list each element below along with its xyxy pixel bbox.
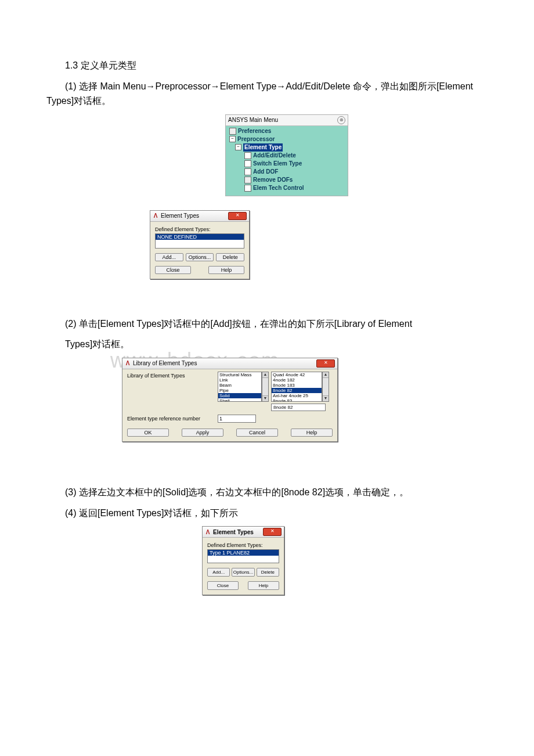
scrollbar[interactable]: ▲ ▼ (322, 372, 329, 402)
node-icon (244, 152, 251, 159)
tree-item-add-dof[interactable]: Add DOF (227, 168, 347, 176)
list-item[interactable]: Axi-har 4node 25 (272, 393, 322, 398)
element-listbox[interactable]: Quad 4node 42 4node 182 8node 183 8node … (271, 372, 322, 402)
ansys-main-menu-panel: ANSYS Main Menu ⊗ Preferences − Preproce… (225, 114, 348, 196)
tree-label: Preprocessor (237, 135, 275, 143)
dialog-title: Element Types (211, 529, 263, 535)
scroll-down-icon[interactable]: ▼ (323, 395, 329, 401)
tree-item-elem-tech-control[interactable]: Elem Tech Control (227, 184, 347, 192)
section-title: 1.3 定义单元类型 (46, 58, 488, 73)
close-button[interactable]: ✕ (228, 212, 247, 220)
ok-button[interactable]: OK (127, 429, 169, 437)
ref-number-input[interactable] (218, 415, 256, 423)
element-types-dialog-2: Λ Element Types ✕ Defined Element Types:… (202, 526, 284, 595)
tree-item-preprocessor[interactable]: − Preprocessor (227, 135, 347, 143)
scroll-up-icon[interactable]: ▲ (323, 372, 329, 378)
help-button[interactable]: Help (248, 581, 279, 590)
node-icon (244, 168, 251, 175)
tree-label: Add/Edit/Delete (253, 152, 296, 160)
list-item[interactable]: Type 1 PLANE82 (208, 550, 279, 556)
node-icon (244, 177, 251, 183)
library-element-types-dialog: Λ Library of Element Types ✕ Library of … (122, 358, 338, 442)
list-item[interactable]: Beam (218, 383, 261, 388)
scroll-up-icon[interactable]: ▲ (262, 372, 268, 378)
tree-label: Elem Tech Control (253, 184, 304, 192)
list-item[interactable]: Pipe (218, 388, 261, 393)
defined-types-list[interactable]: Type 1 PLANE82 (207, 549, 279, 563)
list-item[interactable]: 8node 82 (272, 388, 322, 393)
list-item[interactable]: Solid (218, 393, 261, 398)
tree-item-element-type[interactable]: − Element Type (227, 143, 347, 152)
list-item[interactable]: NONE DEFINED (156, 234, 244, 240)
ansys-logo-icon: Λ (125, 361, 131, 366)
pin-icon[interactable]: ⊗ (337, 116, 345, 124)
options-button[interactable]: Options... (186, 253, 214, 261)
tree-item-add-edit-delete[interactable]: Add/Edit/Delete (227, 152, 347, 160)
paragraph-2: (2) 单击[Element Types]对话框中的[Add]按钮，在弹出的如下… (46, 316, 488, 332)
ref-number-label: Element type reference number (127, 416, 214, 422)
tree-label: Preferences (238, 127, 271, 135)
tree-label: Add DOF (253, 168, 278, 176)
selected-element-echo: 8node 82 (271, 404, 326, 411)
list-item[interactable]: 8node 183 (272, 383, 322, 388)
ansys-logo-icon: Λ (153, 213, 158, 219)
close-button[interactable]: ✕ (263, 528, 282, 536)
collapse-icon[interactable]: − (229, 136, 236, 142)
scroll-down-icon[interactable]: ▼ (262, 395, 268, 401)
delete-button[interactable]: Delete (216, 253, 244, 261)
paragraph-4: (4) 返回[Element Types]对话框，如下所示 (46, 506, 488, 521)
node-icon (229, 128, 236, 135)
scrollbar[interactable]: ▲ ▼ (262, 372, 269, 402)
help-button[interactable]: Help (208, 266, 244, 274)
library-label: Library of Element Types (127, 372, 214, 379)
category-listbox[interactable]: Structural Mass Link Beam Pipe Solid She… (218, 372, 262, 402)
close-button[interactable]: ✕ (316, 359, 335, 368)
defined-types-label: Defined Element Types: (207, 542, 279, 548)
tree-item-remove-dofs[interactable]: Remove DOFs (227, 176, 347, 184)
cancel-button[interactable]: Cancel (236, 429, 278, 437)
ansys-logo-icon: Λ (205, 529, 211, 535)
tree-label: Switch Elem Type (253, 160, 302, 168)
apply-button[interactable]: Apply (182, 429, 223, 437)
tree-label: Element Type (243, 143, 283, 152)
add-button[interactable]: Add... (207, 568, 230, 577)
dialog-title: Element Types (158, 213, 228, 219)
tree-item-switch-elem-type[interactable]: Switch Elem Type (227, 160, 347, 168)
list-item[interactable]: Structural Mass (218, 372, 261, 377)
list-item[interactable]: Quad 4node 42 (272, 372, 322, 377)
paragraph-1: (1) 选择 Main Menu→Preprocessor→Element Ty… (46, 79, 488, 109)
collapse-icon[interactable]: − (235, 144, 241, 150)
list-item[interactable]: Link (218, 377, 261, 383)
delete-button[interactable]: Delete (257, 568, 279, 577)
defined-types-list[interactable]: NONE DEFINED (155, 233, 244, 249)
defined-types-label: Defined Element Types: (155, 226, 244, 232)
list-item[interactable]: 4node 182 (272, 377, 322, 383)
close-button[interactable]: Close (207, 581, 239, 590)
tree-item-preferences[interactable]: Preferences (227, 127, 347, 135)
node-icon (244, 160, 251, 167)
list-item[interactable]: Shell (218, 398, 261, 402)
list-item[interactable]: 8node 83 (272, 398, 322, 402)
options-button[interactable]: Options... (232, 568, 254, 577)
dialog-title: Library of Element Types (131, 360, 316, 366)
menu-title: ANSYS Main Menu (228, 117, 278, 123)
close-button[interactable]: Close (155, 266, 191, 274)
tree-label: Remove DOFs (253, 176, 293, 184)
help-button[interactable]: Help (291, 429, 333, 437)
paragraph-3: (3) 选择左边文本框中的[Solid]选项，右边文本框中的[8node 82]… (46, 485, 488, 500)
node-icon (244, 185, 251, 192)
add-button[interactable]: Add... (155, 253, 183, 261)
element-types-dialog: Λ Element Types ✕ Defined Element Types:… (150, 210, 250, 279)
paragraph-2b: Types]对话框。 (46, 337, 488, 352)
